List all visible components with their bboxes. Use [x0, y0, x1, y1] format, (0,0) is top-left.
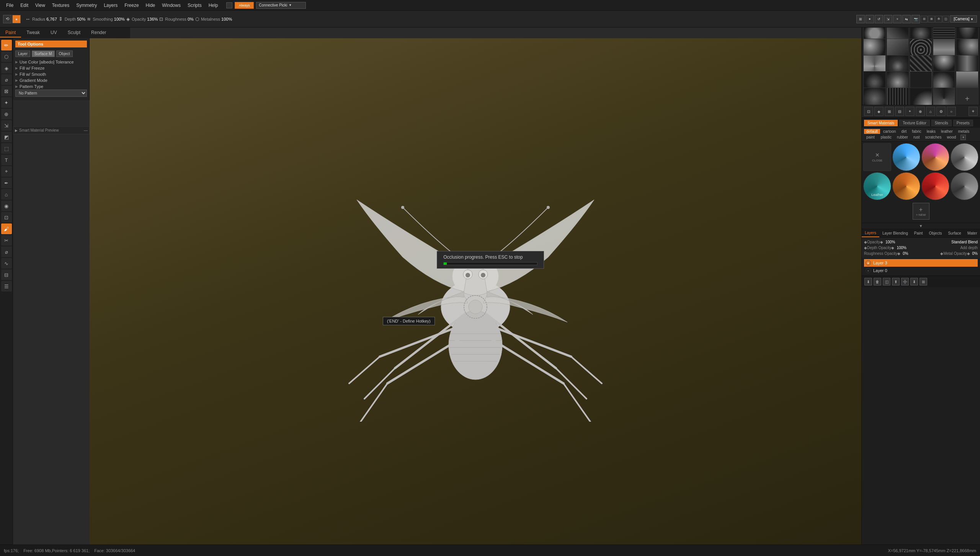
layer-move-down-icon[interactable]: ⬇: [910, 278, 918, 285]
sm-material-leather[interactable]: Leather: [863, 172, 891, 200]
menu-freeze[interactable]: Freeze: [121, 2, 142, 9]
sm-filter-rubber[interactable]: rubber: [895, 135, 910, 140]
layer-down-icon[interactable]: ⬇: [864, 278, 872, 285]
layer-copy-icon[interactable]: ◫: [883, 278, 890, 285]
surface-button[interactable]: Surface M: [32, 51, 55, 57]
layers-tab-objects[interactable]: Objects: [926, 230, 945, 237]
viewport-icon-2[interactable]: ●: [12, 15, 21, 23]
layer-delete-icon[interactable]: 🗑: [874, 278, 881, 285]
layers-tab-paint[interactable]: Paint: [911, 230, 926, 237]
always-dropdown[interactable]: Always: [235, 2, 254, 9]
sm-filter-metals[interactable]: metals: [956, 129, 972, 134]
sm-new-button[interactable]: + + NEW: [913, 203, 929, 220]
tool-12[interactable]: ⌖: [1, 166, 12, 177]
sm-material-6[interactable]: [921, 172, 949, 200]
layer-grid-icon[interactable]: ⊞: [920, 278, 927, 285]
tool-2[interactable]: ⬡: [1, 51, 12, 62]
menu-scripts[interactable]: Scripts: [185, 2, 205, 9]
sm-filter-rust[interactable]: rust: [911, 135, 922, 140]
sm-expand-chevron-icon[interactable]: ▼: [919, 224, 923, 228]
sm-material-2[interactable]: [921, 143, 949, 171]
sm-filter-wood[interactable]: wood: [944, 135, 958, 140]
sm-filter-scratches[interactable]: scratches: [923, 135, 944, 140]
sm-filter-leather[interactable]: leather: [939, 129, 955, 134]
layer-up-icon[interactable]: ⬆: [892, 278, 900, 285]
sm-filter-cartoon[interactable]: cartoon: [881, 129, 898, 134]
tool-7[interactable]: ⊕: [1, 109, 12, 119]
tool-8[interactable]: ⇲: [1, 120, 12, 131]
tab-paint[interactable]: Paint: [0, 28, 21, 38]
alpha-cell-24[interactable]: [933, 88, 956, 105]
alpha-tool-2[interactable]: ◈: [874, 107, 884, 116]
icon-extra-3[interactable]: ⟰: [935, 16, 942, 23]
layer-3-item[interactable]: ● Layer 3: [864, 259, 978, 267]
alpha-tool-6[interactable]: ⊕: [916, 107, 925, 116]
object-button[interactable]: Object: [56, 51, 73, 57]
tool-19[interactable]: ⌀: [1, 246, 12, 257]
connective-pick-dropdown[interactable]: Connective Picki ▼: [256, 2, 306, 9]
tool-16[interactable]: ⊡: [1, 212, 12, 223]
checkbox-1[interactable]: [226, 2, 232, 8]
alpha-tool-5[interactable]: ⌖: [905, 107, 915, 116]
layers-tab-mater[interactable]: Mater: [964, 230, 980, 237]
sm-close-button[interactable]: ✕ CLOSE: [863, 143, 891, 171]
tool-20[interactable]: ∿: [1, 258, 12, 269]
snap-icon[interactable]: ⊞: [856, 15, 865, 23]
tool-5[interactable]: ⊠: [1, 86, 12, 96]
scale-icon[interactable]: ⇲: [884, 15, 892, 23]
sm-filter-dirt[interactable]: dirt: [899, 129, 909, 134]
alpha-tool-3[interactable]: ⊞: [885, 107, 894, 116]
icon-extra-2[interactable]: ⊞: [928, 16, 935, 23]
tab-uv[interactable]: UV: [45, 28, 62, 38]
sm-material-1[interactable]: [892, 143, 920, 171]
sm-filter-default[interactable]: default: [864, 129, 880, 134]
menu-edit[interactable]: Edit: [17, 2, 31, 9]
sm-filter-add-icon[interactable]: +: [960, 135, 966, 140]
alpha-tool-9[interactable]: ○: [947, 107, 956, 116]
alpha-tool-4[interactable]: ⊟: [895, 107, 904, 116]
mirror-icon[interactable]: ⇆: [902, 15, 911, 23]
alpha-tool-1[interactable]: ⊡: [864, 107, 873, 116]
tool-3[interactable]: ◈: [1, 63, 12, 73]
tool-brush[interactable]: ✏: [1, 40, 12, 51]
tool-14[interactable]: ⌂: [1, 189, 12, 200]
rotate-icon[interactable]: ↺: [875, 15, 883, 23]
move-icon[interactable]: ✦: [866, 15, 874, 23]
tab-tweak[interactable]: Tweak: [21, 28, 45, 38]
pattern-type-dropdown[interactable]: No Pattern: [15, 90, 87, 97]
sm-material-5[interactable]: [892, 172, 920, 200]
sm-tab-stencils[interactable]: Stencils: [931, 120, 952, 126]
tool-18[interactable]: ✂: [1, 235, 12, 246]
layer-0-visibility-icon[interactable]: ●: [866, 268, 871, 273]
layer-button[interactable]: Layer: [15, 51, 30, 57]
alpha-cell-22[interactable]: [887, 88, 909, 105]
sm-material-3[interactable]: [951, 143, 978, 171]
layers-tab-layers[interactable]: Layers: [862, 229, 879, 237]
tab-sculpt[interactable]: Sculpt: [62, 28, 86, 38]
layers-tab-surface[interactable]: Surface: [945, 230, 964, 237]
viewport[interactable]: Occlusion progress. Press ESC to stop ('…: [90, 38, 861, 545]
tool-6[interactable]: ✦: [1, 97, 12, 108]
menu-windows[interactable]: Windows: [159, 2, 184, 9]
menu-view[interactable]: View: [32, 2, 48, 9]
sm-tab-texture[interactable]: Texture Editor: [899, 120, 930, 126]
menu-textures[interactable]: Textures: [49, 2, 72, 9]
menu-hide[interactable]: Hide: [143, 2, 158, 9]
menu-help[interactable]: Help: [206, 2, 221, 9]
plus-icon[interactable]: +: [893, 15, 902, 23]
tool-10[interactable]: ⬚: [1, 143, 12, 154]
alpha-cell-21[interactable]: [863, 88, 886, 105]
tool-21[interactable]: ⊟: [1, 269, 12, 280]
camera-dropdown[interactable]: [Camera] ▼: [950, 15, 977, 23]
sm-tab-main[interactable]: Smart Materials: [864, 120, 898, 126]
menu-symmetry[interactable]: Symmetry: [73, 2, 100, 9]
alpha-plus-icon[interactable]: +: [969, 107, 978, 116]
layer-3-visibility-icon[interactable]: ●: [866, 260, 871, 266]
icon-extra-4[interactable]: ◫: [942, 16, 949, 23]
sm-filter-fabric[interactable]: fabric: [910, 129, 923, 134]
tab-render[interactable]: Render: [86, 28, 111, 38]
sm-filter-plastic[interactable]: plastic: [879, 135, 894, 140]
sm-filter-leaks[interactable]: leaks: [924, 129, 938, 134]
alpha-tool-8[interactable]: ⚙: [936, 107, 946, 116]
tool-9[interactable]: ◩: [1, 132, 12, 142]
